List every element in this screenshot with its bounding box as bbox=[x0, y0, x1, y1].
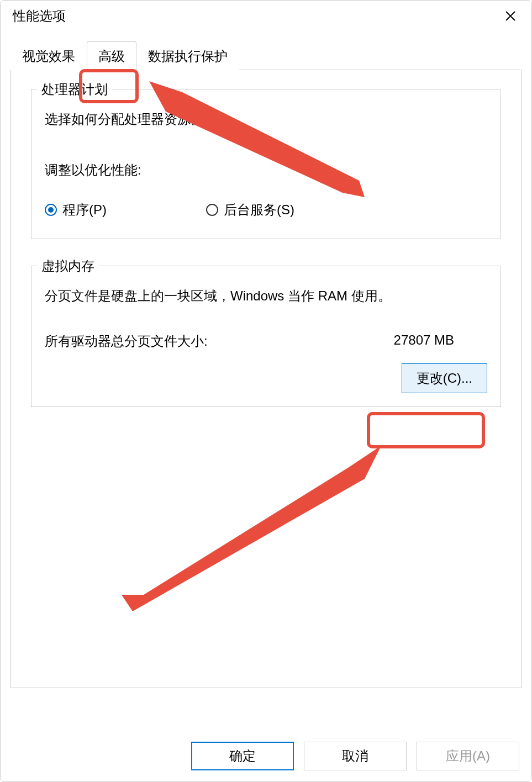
annotation-arrow-to-change bbox=[99, 418, 387, 617]
tab-bar: 视觉效果 高级 数据执行保护 bbox=[10, 41, 522, 70]
tab-dep[interactable]: 数据执行保护 bbox=[136, 41, 239, 70]
adjust-label: 调整以优化性能: bbox=[45, 161, 487, 179]
tab-panel-advanced: 处理器计划 选择如何分配处理器资源。 调整以优化性能: 程序(P) 后台服务(S… bbox=[10, 70, 522, 688]
tab-advanced[interactable]: 高级 bbox=[87, 41, 136, 71]
vm-group-title: 虚拟内存 bbox=[37, 257, 99, 275]
vm-total-row: 所有驱动器总分页文件大小: 27807 MB bbox=[45, 332, 487, 350]
vm-total-label: 所有驱动器总分页文件大小: bbox=[45, 332, 208, 350]
radio-row: 程序(P) 后台服务(S) bbox=[45, 201, 487, 219]
vm-button-row: 更改(C)... bbox=[45, 363, 487, 393]
performance-options-dialog: 性能选项 视觉效果 高级 数据执行保护 处理器计划 选择如何分配处理器资源。 调… bbox=[0, 0, 532, 782]
titlebar: 性能选项 bbox=[1, 1, 531, 31]
radio-programs[interactable]: 程序(P) bbox=[45, 201, 107, 219]
apply-button: 应用(A) bbox=[417, 742, 519, 770]
vm-description: 分页文件是硬盘上的一块区域，Windows 当作 RAM 使用。 bbox=[45, 287, 487, 305]
processor-scheduling-group: 处理器计划 选择如何分配处理器资源。 调整以优化性能: 程序(P) 后台服务(S… bbox=[31, 89, 501, 239]
window-title: 性能选项 bbox=[13, 7, 66, 25]
processor-group-title: 处理器计划 bbox=[37, 81, 112, 98]
ok-button[interactable]: 确定 bbox=[191, 742, 294, 770]
virtual-memory-group: 虚拟内存 分页文件是硬盘上的一块区域，Windows 当作 RAM 使用。 所有… bbox=[31, 266, 501, 407]
tab-visual-effects[interactable]: 视觉效果 bbox=[10, 41, 87, 70]
dialog-footer: 确定 取消 应用(A) bbox=[1, 731, 531, 781]
svg-marker-1 bbox=[122, 446, 381, 611]
radio-background-services[interactable]: 后台服务(S) bbox=[206, 201, 294, 219]
radio-icon bbox=[45, 204, 57, 216]
radio-programs-label: 程序(P) bbox=[62, 201, 107, 219]
processor-description: 选择如何分配处理器资源。 bbox=[45, 110, 487, 128]
content-area: 视觉效果 高级 数据执行保护 处理器计划 选择如何分配处理器资源。 调整以优化性… bbox=[1, 31, 531, 731]
vm-total-value: 27807 MB bbox=[394, 332, 454, 350]
cancel-button[interactable]: 取消 bbox=[304, 742, 407, 770]
annotation-highlight-change bbox=[367, 412, 485, 448]
change-button[interactable]: 更改(C)... bbox=[402, 363, 487, 393]
radio-icon bbox=[206, 204, 218, 216]
close-icon bbox=[505, 10, 516, 22]
close-button[interactable] bbox=[499, 5, 522, 27]
radio-background-label: 后台服务(S) bbox=[224, 201, 294, 219]
